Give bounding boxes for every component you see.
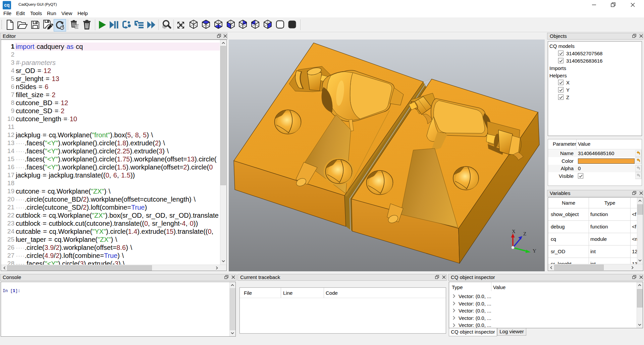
svg-text:Y: Y — [533, 248, 536, 254]
svg-text:Z: Z — [523, 231, 526, 236]
svg-text:X: X — [512, 229, 516, 234]
